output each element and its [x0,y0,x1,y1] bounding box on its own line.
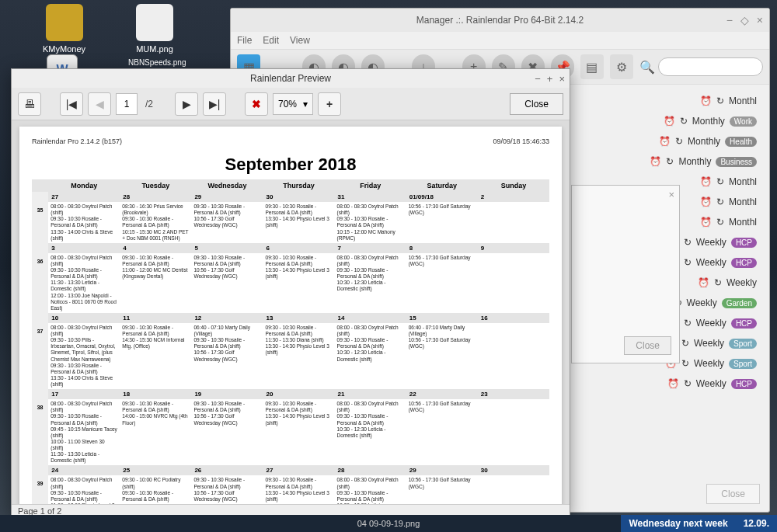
day-number: 19 [191,389,263,399]
desktop-icon-nbn[interactable]: NBNSpeeds.png [128,58,186,67]
preview-titlebar[interactable]: Rainlendar Preview − + × [12,69,570,88]
day-number: 7 [335,243,406,253]
event-label: Monthl [729,96,757,106]
search-input[interactable] [658,57,763,76]
day-number: 25 [120,465,191,475]
preview-canvas[interactable]: Rainlendar Pro 2.14.2 (b157) 09/09/18 15… [12,120,570,504]
icon-label: NBNSpeeds.png [128,58,186,67]
menu-view[interactable]: View [290,35,310,46]
calendar-title: September 2018 [32,155,549,175]
calendar-cell: 08:00 - 08:30 Oxytrol Patch (shift)09:30… [335,323,406,389]
alarm-icon: ⏰ [659,136,671,147]
calendar-cell: 10:56 - 17:30 Golf Saturday (WGC) [406,202,478,243]
kmymoney-icon [46,4,83,41]
calendar-cell: 08:00 - 08:30 Oxytrol Patch (shift)09:30… [48,202,120,243]
calendar-cell: 08:00 - 08:30 Oxytrol Patch (shift)09:30… [335,253,406,313]
zoom-out-button[interactable]: ✖ [245,92,268,116]
tb-icon-changefeed[interactable]: ⚙ [610,54,633,79]
next-page-button[interactable]: ▶ [175,92,198,116]
day-number: 21 [335,389,406,399]
manager-close-button[interactable]: Close [706,484,760,504]
alarm-icon: ⏰ [667,378,679,389]
taskbar-clock[interactable]: Wednesday next week 12.09. [621,515,777,532]
calendar-cell: 08:00 - 08:30 Oxytrol Patch (shift)09:30… [48,399,120,465]
calendar-cell: 09:30 - 10:30 Rosalie - Personal & DA (s… [191,475,263,504]
day-number: 17 [48,389,120,399]
day-number: 27 [48,192,120,202]
taskbar-center-label[interactable]: 04 09-09-19.png [357,519,420,528]
calendar-cell: 09:30 - 10:30 Rosalie - Personal & DA (s… [263,323,335,389]
calendar-cell: 09:30 - 10:30 Rosalie - Personal & DA (s… [191,399,263,465]
date-label: Wednesday next week [629,518,727,529]
preview-title: Rainlendar Preview [250,73,331,84]
calendar-cell: 09:30 - 10:30 Rosalie - Personal & DA (s… [263,475,335,504]
day-number: 8 [406,243,478,253]
doc-timestamp: 09/09/18 15:46:33 [493,137,549,145]
manager-titlebar[interactable]: Manager .:. Rainlendar Pro 64-Bit 2.14.2… [231,9,769,32]
maximize-icon[interactable]: + [547,73,553,85]
weekday-header: Sunday [478,179,549,192]
day-number: 13 [263,313,335,323]
close-icon[interactable]: × [668,189,674,200]
recur-icon: ↻ [684,318,692,329]
day-number: 24 [48,465,120,475]
maximize-icon[interactable]: ◇ [740,14,749,26]
event-tag: HCP [731,238,757,248]
recur-icon: ↻ [666,156,674,167]
close-icon[interactable]: × [559,73,565,85]
print-button[interactable]: 🖶 [18,92,41,116]
menu-file[interactable]: File [237,35,252,46]
calendar-cell [478,399,549,465]
desktop-icon-kmymoney[interactable]: KMyMoney [43,4,85,54]
last-page-button[interactable]: ▶| [203,92,226,116]
tb-icon-moveto[interactable]: ▤ [580,54,604,79]
day-number: 20 [263,389,335,399]
minimize-icon[interactable]: − [726,14,733,26]
calendar-cell: 09:30 - 10:00 RC Podiatry (shift)09:30 -… [120,475,191,504]
calendar-cell: 10:56 - 17:30 Golf Saturday (WGC) [406,475,478,504]
preview-close-button[interactable]: Close [510,93,563,115]
menu-edit[interactable]: Edit [263,35,279,46]
desktop-icon-mum[interactable]: MUM.png [136,4,173,54]
day-number: 29 [191,192,263,202]
event-label: Monthl [729,217,757,228]
calendar-cell: 08:00 - 08:30 Oxytrol Patch (shift)09:30… [48,323,120,389]
prev-page-button[interactable]: ◀ [88,92,111,116]
weekday-header: Saturday [406,179,478,192]
weekday-header: Wednesday [191,179,263,192]
manager-title: Manager .:. Rainlendar Pro 64-Bit 2.14.2 [416,15,584,26]
event-label: Weekly [687,297,717,308]
event-label: Monthl [729,176,757,187]
dialog-close-button[interactable]: Close [624,336,671,355]
minimize-icon[interactable]: − [535,73,541,85]
icon-label: KMyMoney [43,44,85,54]
page-number-input[interactable] [116,93,138,115]
doc-app-label: Rainlendar Pro 2.14.2 (b157) [32,137,122,145]
calendar-cell: 09:30 - 10:30 Rosalie - Personal & DA (s… [263,399,335,465]
first-page-button[interactable]: |◀ [60,92,83,116]
event-label: Monthly [688,136,720,147]
preview-window: Rainlendar Preview − + × 🖶 |◀ ◀ /2 ▶ ▶| … [11,68,570,517]
day-number: 9 [478,243,549,253]
recur-icon: ↻ [716,217,724,228]
zoom-in-button[interactable]: + [318,92,341,116]
calendar-cell: 09:30 - 10:30 Rosalie - Personal & DA (s… [263,202,335,243]
day-number: 18 [120,389,191,399]
calendar-cell: 09:30 - 10:30 Rosalie - Personal & DA (s… [191,253,263,313]
recur-icon: ↻ [714,277,722,288]
event-label: Weekly [696,257,726,268]
chevron-down-icon: ▾ [303,99,308,110]
manager-menubar: File Edit View [231,32,769,49]
zoom-select[interactable]: 70% ▾ [273,93,313,115]
day-number: 23 [478,389,549,399]
calendar-cell: 08:00 - 08:30 Oxytrol Patch (shift)09:30… [48,253,120,313]
page-total-label: /2 [145,99,153,110]
alarm-icon: ⏰ [700,196,712,207]
day-number: 28 [120,192,191,202]
close-icon[interactable]: × [757,14,763,26]
preview-page: Rainlendar Pro 2.14.2 (b157) 09/09/18 15… [19,127,562,504]
recur-icon: ↻ [716,176,724,187]
day-number: 22 [406,389,478,399]
recur-icon: ↻ [681,338,689,349]
calendar-cell [478,323,549,389]
